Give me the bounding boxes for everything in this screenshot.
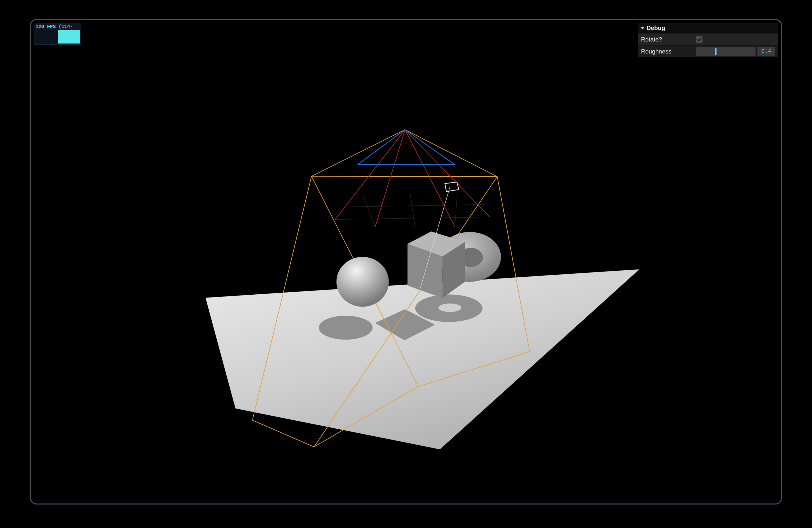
svg-line-10 <box>455 193 457 226</box>
camera-frustum-blue <box>358 130 455 165</box>
svg-line-7 <box>335 217 490 220</box>
svg-line-9 <box>410 192 415 227</box>
camera-frustum-orange-top <box>311 130 497 176</box>
viewport-frame: 120 FPS (114-120) Debug Rotate? Roughnes… <box>30 19 782 504</box>
svg-line-6 <box>340 205 485 207</box>
viewport-3d-scene[interactable] <box>31 20 781 503</box>
svg-line-8 <box>362 194 375 227</box>
ground-plane <box>205 269 639 449</box>
sphere-shadow <box>319 316 373 340</box>
camera-frustum-red <box>335 130 490 227</box>
scene-svg <box>31 20 781 504</box>
torus-shadow-hole <box>438 304 462 312</box>
sphere-mesh <box>336 257 389 307</box>
svg-marker-11 <box>445 182 459 191</box>
light-gizmo <box>445 182 459 191</box>
